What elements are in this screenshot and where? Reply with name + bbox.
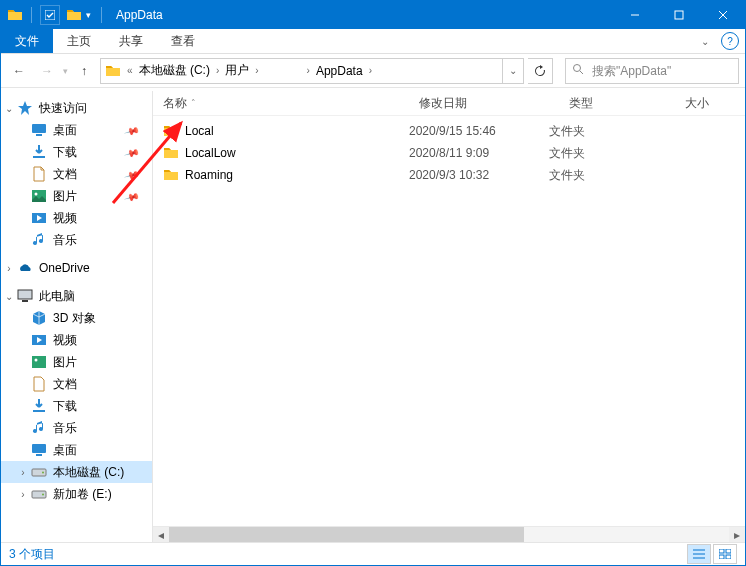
- sidebar-item-drive-e[interactable]: ›新加卷 (E:): [1, 483, 152, 505]
- expand-icon[interactable]: ⌄: [3, 103, 15, 114]
- view-large-icons-button[interactable]: [713, 544, 737, 564]
- video-icon: [31, 332, 47, 348]
- pin-icon: 📌: [124, 188, 140, 204]
- svg-point-5: [574, 65, 581, 72]
- qat-overflow-icon[interactable]: ▾: [84, 10, 93, 20]
- maximize-button[interactable]: [657, 1, 701, 29]
- music-icon: [31, 232, 47, 248]
- chevron-right-icon[interactable]: ›: [253, 65, 260, 76]
- sidebar-item-pictures[interactable]: 图片📌: [1, 185, 152, 207]
- svg-rect-18: [32, 356, 46, 368]
- desktop-icon: [31, 442, 47, 458]
- sidebar-item-documents[interactable]: 文档📌: [1, 163, 152, 185]
- address-bar[interactable]: « 本地磁盘 (C:) › 用户 › › AppData › ⌄: [100, 58, 524, 84]
- scroll-left-button[interactable]: ◂: [153, 527, 169, 543]
- column-type[interactable]: 类型: [559, 95, 675, 112]
- sidebar[interactable]: ⌄ 快速访问 桌面📌 下载📌 文档📌 图片📌 视频 音乐 › OneDrive: [1, 91, 153, 543]
- refresh-button[interactable]: [528, 58, 553, 84]
- svg-marker-7: [18, 101, 32, 115]
- sidebar-onedrive[interactable]: › OneDrive: [1, 257, 152, 279]
- breadcrumb-overflow[interactable]: «: [125, 65, 135, 76]
- sidebar-item-pictures-pc[interactable]: 图片: [1, 351, 152, 373]
- status-bar: 3 个项目: [1, 542, 745, 565]
- breadcrumb-seg-3[interactable]: AppData: [312, 59, 367, 83]
- pin-icon: 📌: [124, 166, 140, 182]
- sidebar-item-3d[interactable]: 3D 对象: [1, 307, 152, 329]
- search-box[interactable]: [565, 58, 739, 84]
- tab-view[interactable]: 查看: [157, 29, 209, 53]
- table-row[interactable]: LocalLow 2020/8/11 9:09 文件夹: [153, 142, 745, 164]
- table-row[interactable]: Roaming 2020/9/3 10:32 文件夹: [153, 164, 745, 186]
- sidebar-item-desktop-pc[interactable]: 桌面: [1, 439, 152, 461]
- svg-rect-2: [675, 11, 683, 19]
- music-icon: [31, 420, 47, 436]
- pin-icon: 📌: [124, 144, 140, 160]
- sidebar-item-documents-pc[interactable]: 文档: [1, 373, 152, 395]
- ribbon-expand-icon[interactable]: ⌄: [701, 36, 709, 47]
- qat-folder-icon[interactable]: [66, 7, 82, 23]
- picture-icon: [31, 188, 47, 204]
- star-icon: [17, 100, 33, 116]
- sidebar-quick-access[interactable]: ⌄ 快速访问: [1, 97, 152, 119]
- file-tab[interactable]: 文件: [1, 29, 53, 53]
- onedrive-icon: [17, 260, 33, 276]
- svg-rect-15: [22, 300, 28, 302]
- expand-icon[interactable]: ⌄: [3, 291, 15, 302]
- expand-icon[interactable]: ›: [17, 467, 29, 478]
- expand-icon[interactable]: ›: [3, 263, 15, 274]
- table-row[interactable]: Local 2020/9/15 15:46 文件夹: [153, 120, 745, 142]
- ribbon-right: ⌄ ?: [701, 29, 745, 53]
- sidebar-item-label: 快速访问: [39, 100, 87, 117]
- sidebar-item-drive-c[interactable]: ›本地磁盘 (C:): [1, 461, 152, 483]
- title-bar-left: ▾: [1, 5, 108, 25]
- chevron-right-icon[interactable]: ›: [367, 65, 374, 76]
- download-icon: [31, 144, 47, 160]
- download-icon: [31, 398, 47, 414]
- chevron-right-icon[interactable]: ›: [305, 65, 312, 76]
- column-date[interactable]: 修改日期: [409, 95, 559, 112]
- sidebar-item-downloads-pc[interactable]: 下载: [1, 395, 152, 417]
- sidebar-item-music[interactable]: 音乐: [1, 229, 152, 251]
- column-size[interactable]: 大小: [675, 95, 745, 112]
- sidebar-item-downloads[interactable]: 下载📌: [1, 141, 152, 163]
- svg-point-25: [42, 494, 44, 496]
- nav-bar: ← → ▾ ↑ « 本地磁盘 (C:) › 用户 › › AppData › ⌄: [1, 54, 745, 88]
- nav-forward-button[interactable]: →: [35, 59, 59, 83]
- breadcrumb-seg-1[interactable]: 用户: [221, 59, 253, 83]
- breadcrumb-seg-2[interactable]: [261, 59, 305, 83]
- svg-rect-9: [36, 134, 42, 136]
- scroll-right-button[interactable]: ▸: [729, 527, 745, 543]
- ribbon: 文件 主页 共享 查看 ⌄ ?: [1, 29, 745, 54]
- chevron-right-icon[interactable]: ›: [214, 65, 221, 76]
- expand-icon[interactable]: ›: [17, 489, 29, 500]
- search-input[interactable]: [590, 63, 732, 79]
- nav-back-button[interactable]: ←: [7, 59, 31, 83]
- svg-rect-30: [719, 549, 724, 553]
- sidebar-item-music-pc[interactable]: 音乐: [1, 417, 152, 439]
- view-details-button[interactable]: [687, 544, 711, 564]
- file-list[interactable]: Local 2020/9/15 15:46 文件夹 LocalLow 2020/…: [153, 116, 745, 526]
- address-dropdown[interactable]: ⌄: [502, 59, 523, 83]
- sort-asc-icon: ˄: [191, 98, 196, 108]
- svg-rect-0: [45, 10, 55, 20]
- sidebar-item-videos[interactable]: 视频: [1, 207, 152, 229]
- column-name[interactable]: 名称 ˄: [153, 95, 409, 112]
- nav-history-dropdown[interactable]: ▾: [63, 66, 68, 76]
- help-icon[interactable]: ?: [721, 32, 739, 50]
- tab-share[interactable]: 共享: [105, 29, 157, 53]
- svg-rect-31: [726, 549, 731, 553]
- sidebar-item-desktop[interactable]: 桌面📌: [1, 119, 152, 141]
- sidebar-this-pc[interactable]: ⌄ 此电脑: [1, 285, 152, 307]
- nav-up-button[interactable]: ↑: [72, 59, 96, 83]
- svg-rect-21: [36, 454, 42, 456]
- svg-rect-8: [32, 124, 46, 133]
- tab-home[interactable]: 主页: [53, 29, 105, 53]
- breadcrumb-root[interactable]: [101, 59, 125, 83]
- minimize-button[interactable]: [613, 1, 657, 29]
- sidebar-item-videos-pc[interactable]: 视频: [1, 329, 152, 351]
- horizontal-scrollbar[interactable]: ◂ ▸: [153, 526, 745, 543]
- close-button[interactable]: [701, 1, 745, 29]
- qat-checkbox-icon[interactable]: [40, 5, 60, 25]
- document-icon: [31, 166, 47, 182]
- breadcrumb-seg-0[interactable]: 本地磁盘 (C:): [135, 59, 214, 83]
